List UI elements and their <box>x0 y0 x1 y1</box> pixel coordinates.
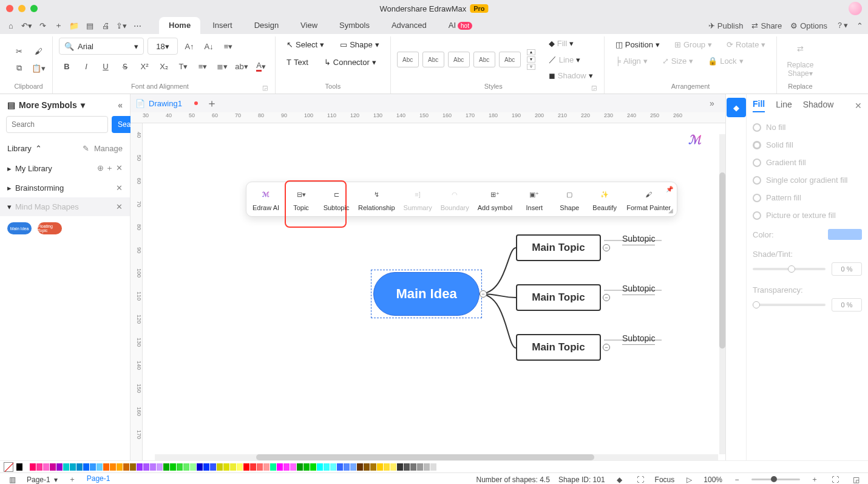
color-swatch[interactable] <box>177 463 183 471</box>
copy-icon[interactable]: ⧉ <box>11 60 27 76</box>
color-swatch[interactable] <box>76 463 83 471</box>
tab-fill[interactable]: Fill <box>753 99 765 112</box>
fill-option-single-gradient[interactable]: Single color gradient fill <box>753 171 862 189</box>
font-dialog-launcher[interactable]: ◲ <box>261 84 269 92</box>
color-swatch[interactable] <box>350 463 356 471</box>
color-swatch[interactable] <box>310 463 316 471</box>
text-highlight-icon[interactable]: T▾ <box>175 58 191 74</box>
color-swatch[interactable] <box>70 463 76 471</box>
node-main-topic[interactable]: Main Topic <box>516 234 601 261</box>
color-swatch[interactable] <box>297 463 303 471</box>
collapse-handle[interactable]: − <box>603 244 610 251</box>
color-swatch[interactable] <box>237 463 243 471</box>
color-swatch[interactable] <box>43 463 49 471</box>
tab-line[interactable]: Line <box>776 100 792 112</box>
style-preset[interactable]: Abc <box>499 52 521 67</box>
resize-corner-icon[interactable]: ◢ <box>668 207 673 214</box>
color-swatch[interactable] <box>16 463 22 471</box>
subscript-icon[interactable]: X₂ <box>156 58 172 74</box>
strike-icon[interactable]: S̶ <box>117 58 133 74</box>
collapse-handle[interactable]: − <box>480 290 487 298</box>
fill-option-pattern[interactable]: Pattern fill <box>753 189 862 206</box>
fill-option-none[interactable]: No fill <box>753 118 862 136</box>
color-swatch[interactable] <box>424 463 430 471</box>
color-swatch[interactable] <box>317 463 323 471</box>
focus-label[interactable]: Focus <box>655 475 675 484</box>
shadow-button[interactable]: ◼ Shadow ▾ <box>544 69 598 83</box>
replace-shape-icon[interactable]: ⇄ <box>792 41 808 57</box>
zoom-out-icon[interactable]: − <box>731 474 743 485</box>
presentation-icon[interactable]: ▷ <box>683 474 695 485</box>
italic-icon[interactable]: I <box>78 58 94 74</box>
open-icon[interactable]: 📁 <box>68 19 80 32</box>
color-swatch[interactable] <box>210 463 216 471</box>
fullscreen-icon[interactable]: ◲ <box>850 474 862 485</box>
connector-tool[interactable]: ↳ Connector ▾ <box>319 55 381 69</box>
styles-dialog-launcher[interactable]: ◲ <box>590 84 598 92</box>
library-row[interactable]: Library ⌃ ✎ Manage <box>0 139 130 158</box>
shape-floating-topic[interactable]: Floating Topic <box>38 222 62 234</box>
shape-tool[interactable]: ▭ Shape ▾ <box>335 38 384 52</box>
ctx-summary[interactable]: ≡]Summary <box>404 187 432 211</box>
color-swatch[interactable] <box>290 463 296 471</box>
style-preset[interactable]: Abc <box>473 52 495 67</box>
line-button[interactable]: ／ Line ▾ <box>544 52 598 67</box>
color-swatch[interactable] <box>384 463 390 471</box>
collapse-handle[interactable]: − <box>603 294 610 301</box>
increase-font-icon[interactable]: A↑ <box>181 38 197 54</box>
avatar[interactable] <box>849 2 862 15</box>
style-preset[interactable]: Abc <box>448 52 470 67</box>
color-swatch[interactable] <box>197 463 203 471</box>
color-swatch[interactable] <box>36 463 42 471</box>
color-swatch[interactable] <box>263 463 270 471</box>
fill-rail-icon[interactable]: ◆ <box>727 98 746 117</box>
ctx-add-symbol[interactable]: ⊞⁺Add symbol <box>478 187 512 211</box>
tab-insert[interactable]: Insert <box>203 17 242 35</box>
tab-advanced[interactable]: Advanced <box>382 17 436 35</box>
page-selector[interactable]: Page-1 ▾ <box>27 475 58 484</box>
align-button[interactable]: ╞ Align▾ <box>611 54 653 68</box>
ctx-boundary[interactable]: ◠Boundary <box>441 187 469 211</box>
node-subtopic[interactable]: Subtopic <box>622 333 655 345</box>
color-swatch[interactable] <box>404 463 410 471</box>
shade-slider[interactable] <box>753 268 826 270</box>
export-icon[interactable]: ⇪▾ <box>115 19 127 32</box>
file-tab[interactable]: 📄 Drawing1 <box>135 99 198 108</box>
style-preset[interactable]: Abc <box>422 52 444 67</box>
color-swatch[interactable] <box>143 463 149 471</box>
color-swatch[interactable] <box>130 463 136 471</box>
layers-icon[interactable]: ◆ <box>614 474 626 485</box>
close-window-button[interactable] <box>6 5 13 12</box>
select-tool[interactable]: ↖ Select ▾ <box>282 38 329 52</box>
node-subtopic[interactable]: Subtopic <box>622 284 655 295</box>
color-swatch[interactable] <box>417 463 423 471</box>
decrease-font-icon[interactable]: A↓ <box>201 38 217 54</box>
color-swatch[interactable] <box>90 463 96 471</box>
lock-button[interactable]: 🔒 Lock▾ <box>703 54 748 68</box>
color-swatch[interactable] <box>357 463 363 471</box>
color-swatch[interactable] <box>390 463 396 471</box>
share-button[interactable]: ⇄ Share <box>751 21 782 30</box>
text-tool[interactable]: T Text <box>282 55 313 69</box>
color-swatch[interactable] <box>377 463 383 471</box>
print-icon[interactable]: 🖨 <box>100 19 112 32</box>
size-button[interactable]: ⤢ Size▾ <box>657 54 698 68</box>
page-tab[interactable]: Page-1 <box>87 474 110 485</box>
fill-option-picture[interactable]: Picture or texture fill <box>753 206 862 224</box>
save-icon[interactable]: ▤ <box>84 19 96 32</box>
new-icon[interactable]: ＋ <box>52 19 64 32</box>
color-swatch[interactable] <box>157 463 163 471</box>
expand-right-panel-icon[interactable]: » <box>710 98 721 108</box>
collapse-panel-icon[interactable]: « <box>118 100 123 110</box>
format-painter-icon[interactable]: 🖌 <box>30 43 46 59</box>
font-color-icon[interactable]: A▾ <box>253 58 269 74</box>
publish-button[interactable]: ✈ Publish <box>708 21 744 30</box>
transparency-value[interactable]: 0 % <box>832 298 862 312</box>
color-swatch[interactable] <box>56 463 63 471</box>
redo-icon[interactable]: ↷ <box>36 19 49 32</box>
color-swatch[interactable] <box>30 463 36 471</box>
canvas-vscroll[interactable] <box>719 134 725 454</box>
ctx-insert[interactable]: ▣⁺Insert <box>521 187 548 211</box>
color-swatch[interactable] <box>337 463 343 471</box>
color-swatch[interactable] <box>397 463 403 471</box>
